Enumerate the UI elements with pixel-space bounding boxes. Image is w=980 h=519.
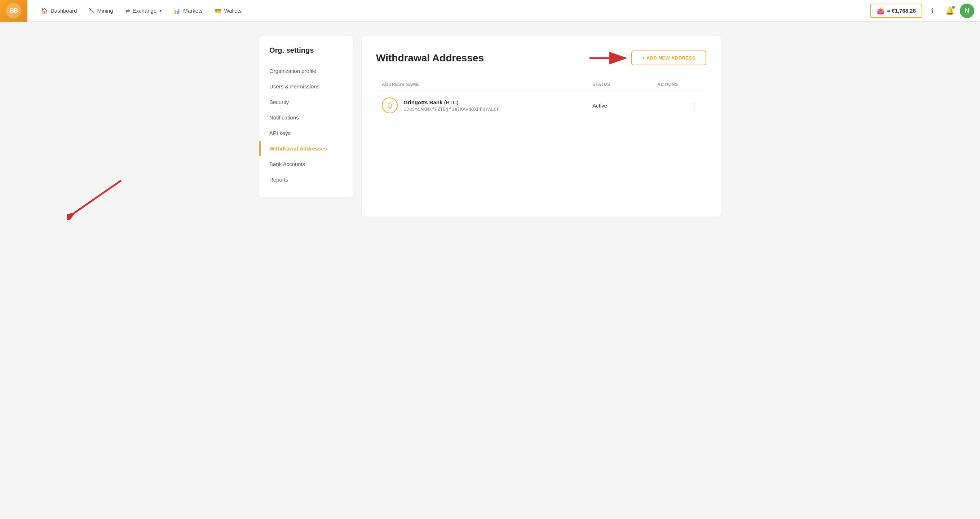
arrow-annotation-right (587, 52, 630, 65)
nav-markets-label: Markets (183, 8, 202, 14)
address-name-bold: Gringotts Bank (404, 99, 442, 105)
balance-button[interactable]: 👛 ≈ €1,768.28 (870, 3, 922, 18)
sidebar-bank-accounts-label: Bank Accounts (269, 161, 305, 167)
page-content: Org. settings Organization profile Users… (238, 22, 742, 231)
sidebar-item-notifications[interactable]: Notifications (259, 110, 353, 125)
sidebar-item-bank-accounts[interactable]: Bank Accounts (259, 156, 353, 172)
main-content: Withdrawal Addresses + A (362, 36, 721, 217)
nav-links: 🏠 Dashboard ⛏ Mining ⇌ Exchange ▾ 📊 Mark… (27, 5, 870, 17)
page-title: Withdrawal Addresses (376, 52, 484, 64)
home-icon: 🏠 (41, 8, 48, 14)
notification-dot (952, 6, 955, 9)
info-button[interactable]: ℹ (925, 3, 940, 18)
logo-block[interactable]: BB (0, 0, 27, 22)
sidebar-reports-label: Reports (269, 176, 288, 183)
sidebar-users-permissions-label: Users & Permissions (269, 83, 320, 89)
notification-button[interactable]: 🔔 (942, 3, 957, 18)
more-actions-button[interactable]: ⋮ (687, 100, 700, 111)
page-header: Withdrawal Addresses + A (376, 51, 706, 65)
nav-dashboard-label: Dashboard (51, 8, 77, 14)
sidebar-org-profile-label: Organization profile (269, 68, 316, 74)
svg-line-3 (74, 180, 121, 213)
header-right: + ADD NEW ADDRESS (632, 51, 706, 65)
add-new-address-button[interactable]: + ADD NEW ADDRESS (632, 51, 706, 65)
address-name: Gringotts Bank (BTC) (404, 99, 500, 105)
nav-markets[interactable]: 📊 Markets (169, 5, 207, 17)
col-actions: ACTIONS (657, 82, 700, 87)
exchange-icon: ⇌ (126, 8, 130, 14)
user-avatar[interactable]: N (960, 3, 974, 18)
col-address-name: ADDRESS NAME (382, 82, 592, 87)
chevron-down-icon: ▾ (160, 9, 162, 13)
sidebar-item-api-keys[interactable]: API keys (259, 125, 353, 141)
addresses-table: ADDRESS NAME STATUS ACTIONS ₿ Gringotts … (376, 78, 706, 120)
table-row: ₿ Gringotts Bank (BTC) 1JuSmiAKMXfFZTEjf… (376, 91, 706, 120)
nav-exchange[interactable]: ⇌ Exchange ▾ (121, 5, 167, 17)
sidebar-api-keys-label: API keys (269, 130, 291, 136)
info-icon: ℹ (931, 6, 934, 15)
sidebar-item-reports[interactable]: Reports (259, 172, 353, 187)
top-navigation: BB 🏠 Dashboard ⛏ Mining ⇌ Exchange ▾ 📊 M… (0, 0, 980, 22)
sidebar-title: Org. settings (259, 46, 353, 63)
nav-exchange-label: Exchange (133, 8, 157, 14)
col-status: STATUS (592, 82, 657, 87)
sidebar-withdrawal-addresses-label: Withdrawal Addresses (269, 145, 327, 152)
nav-mining-label: Mining (97, 8, 113, 14)
mining-icon: ⛏ (89, 8, 94, 14)
sidebar-item-org-profile[interactable]: Organization profile (259, 63, 353, 79)
address-currency: (BTC) (444, 99, 459, 105)
nav-mining[interactable]: ⛏ Mining (84, 5, 118, 17)
wallet-icon: 👛 (877, 7, 885, 15)
address-hash: 1JuSmiAKMXfFZTEjfUe7KAvNQXPFuYAL6F (404, 107, 500, 112)
arrow-annotation-left (67, 177, 125, 222)
wallets-icon: 💳 (215, 8, 222, 14)
status-cell: Active (592, 102, 657, 109)
nav-right: 👛 ≈ €1,768.28 ℹ 🔔 N (870, 3, 980, 18)
address-cell: ₿ Gringotts Bank (BTC) 1JuSmiAKMXfFZTEjf… (382, 97, 592, 113)
balance-amount: ≈ €1,768.28 (887, 8, 916, 14)
sidebar-item-users-permissions[interactable]: Users & Permissions (259, 79, 353, 94)
nav-wallets-label: Wallets (224, 8, 242, 14)
sidebar-item-withdrawal-addresses[interactable]: Withdrawal Addresses (259, 141, 353, 156)
table-header: ADDRESS NAME STATUS ACTIONS (376, 78, 706, 91)
actions-cell: ⋮ (657, 100, 700, 111)
markets-icon: 📊 (174, 8, 181, 14)
sidebar-notifications-label: Notifications (269, 114, 299, 121)
nav-dashboard[interactable]: 🏠 Dashboard (36, 5, 82, 17)
sidebar: Org. settings Organization profile Users… (259, 36, 353, 197)
sidebar-security-label: Security (269, 99, 289, 105)
sidebar-item-security[interactable]: Security (259, 94, 353, 110)
nav-wallets[interactable]: 💳 Wallets (210, 5, 247, 17)
btc-icon: ₿ (388, 101, 392, 110)
logo: BB (6, 3, 21, 18)
btc-icon-wrap: ₿ (382, 97, 398, 113)
address-info: Gringotts Bank (BTC) 1JuSmiAKMXfFZTEjfUe… (404, 99, 500, 112)
